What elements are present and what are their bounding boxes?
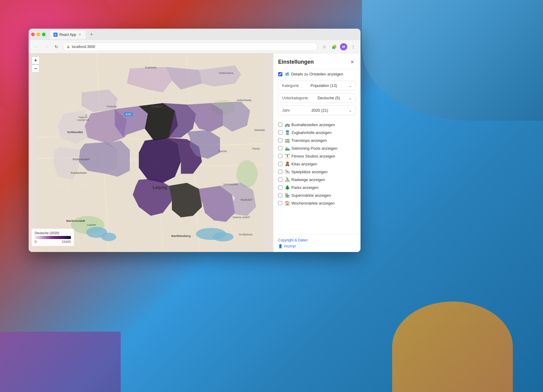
svg-text:Gottscheina: Gottscheina <box>219 72 233 75</box>
feature-emoji-9: 🏪 <box>285 193 290 198</box>
settings-title: Einstellungen <box>278 59 314 65</box>
legend-max: 24405 <box>62 240 71 244</box>
copyright-link[interactable]: Copyright & Daten <box>278 238 356 242</box>
dropdown-section: Kategorie Population (13) ⌄ Unterkategor… <box>273 79 360 120</box>
feature-checkbox-0[interactable] <box>278 123 282 127</box>
map-controls: + − <box>32 56 40 72</box>
svg-text:Leipzig: Leipzig <box>153 185 167 190</box>
feature-emoji-8: 🌲 <box>285 185 290 190</box>
close-button[interactable] <box>31 33 35 36</box>
feature-label-7: 🚴 Radwege anzeigen <box>285 177 325 182</box>
svg-text:Freiroda: Freiroda <box>107 105 117 108</box>
kategorie-dropdown[interactable]: Kategorie Population (13) ⌄ <box>278 81 356 91</box>
user-icon: 👤 <box>278 244 283 248</box>
user-avatar[interactable]: M <box>340 43 347 50</box>
feature-emoji-6: 🎠 <box>285 169 290 174</box>
feature-checkbox-6[interactable] <box>278 170 282 174</box>
feature-label-4: 🏋 Fitness Studios anzeigen <box>285 154 335 158</box>
feature-emoji-0: 🚌 <box>285 122 290 127</box>
unterkategorie-dropdown[interactable]: Unterkategorie: Deutsche (5) ⌄ <box>278 93 356 103</box>
address-bar-icons: ☆ 🧩 M ⋮ <box>321 43 357 50</box>
feature-checkbox-7[interactable] <box>278 177 282 182</box>
details-checkbox-label: 🗺️ Details zu Ortsteilen anzeigen <box>285 72 343 76</box>
feature-checkbox-8[interactable] <box>278 185 282 190</box>
legend-title: Deutsche (2020) <box>35 231 71 235</box>
svg-text:Markkleeberg: Markkleeberg <box>171 234 191 237</box>
settings-header: Einstellungen ✕ <box>273 53 360 69</box>
feature-row: 🚆 Zugbahnhöfe anzeigen <box>273 129 360 136</box>
minimize-button[interactable] <box>37 33 40 36</box>
forward-button[interactable]: → <box>43 43 50 50</box>
bg-decoration-3 <box>392 301 513 392</box>
feature-row: 🌲 Parks anzeigen <box>273 183 360 191</box>
map-svg: Podelwitz Freiroda Radefeld Gottscheina … <box>29 53 273 252</box>
svg-point-7 <box>212 232 233 241</box>
zoom-out-button[interactable]: − <box>32 65 40 72</box>
svg-text:Sommerfeld: Sommerfeld <box>223 183 238 186</box>
feature-emoji-1: 🚆 <box>285 130 290 135</box>
traffic-lights <box>31 33 46 36</box>
svg-marker-15 <box>139 138 181 183</box>
menu-icon[interactable]: ⋮ <box>350 43 357 50</box>
settings-panel: Einstellungen ✕ 🗺️ Details zu Ortsteilen… <box>273 53 360 252</box>
feature-label-9: 🏪 Supermärkte anzeigen <box>285 193 331 198</box>
kategorie-chevron-icon: ⌄ <box>349 84 352 88</box>
feature-label-8: 🌲 Parks anzeigen <box>285 185 319 190</box>
tab-bar: R React App ✕ + <box>29 29 360 40</box>
user-link[interactable]: 👤 mrzmyr <box>278 244 356 248</box>
feature-checkbox-4[interactable] <box>278 154 282 158</box>
feature-label-2: 🚃 Tramstops anzeigen <box>285 138 327 143</box>
address-bar: ← → ↻ 🔒 localhost:3000 ☆ 🧩 M ⋮ <box>29 40 360 53</box>
browser-window: R React App ✕ + ← → ↻ 🔒 localhost:3000 ☆… <box>29 29 360 252</box>
url-bar[interactable]: 🔒 localhost:3000 <box>63 43 318 51</box>
svg-text:Leipzig/Halle: Leipzig/Halle <box>77 119 89 121</box>
tab-favicon: R <box>53 33 58 37</box>
features-section: 🚌 Bushaltestellen anzeigen🚆 Zugbahnhöfe … <box>273 120 360 208</box>
svg-text:Taucha: Taucha <box>218 150 227 153</box>
feature-label-1: 🚆 Zugbahnhöfe anzeigen <box>285 130 332 135</box>
jahr-label: Jahr: <box>282 108 291 113</box>
active-tab[interactable]: R React App ✕ <box>50 30 86 39</box>
zoom-in-button[interactable]: + <box>32 56 40 64</box>
feature-emoji-2: 🚃 <box>285 138 290 143</box>
svg-text:Hohenheida: Hohenheida <box>237 99 251 102</box>
feature-emoji-10: 🏠 <box>285 201 290 206</box>
svg-text:Podelwitz: Podelwitz <box>145 66 157 69</box>
kategorie-label: Kategorie <box>282 83 299 88</box>
feature-checkbox-9[interactable] <box>278 193 282 197</box>
svg-text:Pönitz: Pönitz <box>252 147 260 150</box>
feature-row: 🚃 Tramstops anzeigen <box>273 136 360 144</box>
extensions-icon[interactable]: 🧩 <box>330 43 338 50</box>
feature-checkbox-10[interactable] <box>278 201 282 205</box>
tab-close-button[interactable]: ✕ <box>78 33 82 37</box>
maximize-button[interactable] <box>42 33 46 36</box>
svg-text:Schkeuditz: Schkeuditz <box>67 130 83 134</box>
svg-text:Zweina undorf: Zweina undorf <box>233 216 250 219</box>
svg-text:Großpösna: Großpösna <box>239 233 252 236</box>
legend-min: 0 <box>35 240 37 244</box>
jahr-dropdown[interactable]: Jahr: 2020 (21) ⌄ <box>278 105 356 115</box>
feature-emoji-4: 🏋 <box>285 154 290 158</box>
bookmark-icon[interactable]: ☆ <box>321 43 328 50</box>
kategorie-value: Population (13) <box>310 83 337 88</box>
feature-row: 🚌 Bushaltestellen anzeigen <box>273 121 360 129</box>
details-checkbox[interactable] <box>278 72 282 76</box>
feature-row: 🧸 Kitas anzeigen <box>273 160 360 168</box>
new-tab-button[interactable]: + <box>87 30 95 38</box>
feature-checkbox-1[interactable] <box>278 130 282 135</box>
feature-checkbox-2[interactable] <box>278 138 282 142</box>
feature-label-3: 🏊 Swimming Pools anzeigen <box>285 146 337 151</box>
svg-text:Baalsdorf: Baalsdorf <box>241 199 252 202</box>
bg-decoration-2 <box>362 0 543 121</box>
feature-label-0: 🚌 Bushaltestellen anzeigen <box>285 122 335 127</box>
feature-checkbox-3[interactable] <box>278 146 282 150</box>
tab-title: React App <box>59 33 76 37</box>
feature-row: 🎠 Spielplätze anzeigen <box>273 168 360 176</box>
feature-row: 🏋 Fitness Studios anzeigen <box>273 152 360 160</box>
back-button[interactable]: ← <box>32 43 40 50</box>
feature-checkbox-5[interactable] <box>278 162 282 166</box>
reload-button[interactable]: ↻ <box>53 43 60 50</box>
settings-close-button[interactable]: ✕ <box>348 58 356 65</box>
feature-row: 🏠 Wochenmärkte anzeigen <box>273 199 360 207</box>
map-area[interactable]: Podelwitz Freiroda Radefeld Gottscheina … <box>29 53 273 252</box>
